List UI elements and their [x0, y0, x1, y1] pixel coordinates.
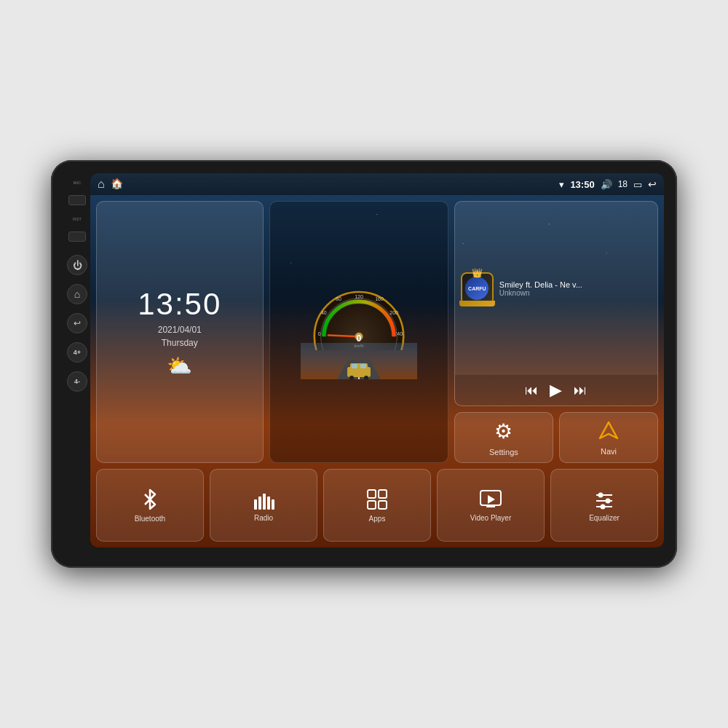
svg-point-40: [606, 498, 611, 503]
car-head-unit: MIC RST ⏻ ⌂ ↩ 4+ 4- ⌂ 🏠 ▾ 13:: [51, 160, 677, 568]
radio-button[interactable]: Radio: [210, 469, 317, 542]
music-artist: Unknown: [499, 289, 652, 297]
settings-icon: ⚙: [494, 419, 513, 443]
equalizer-label: Equalizer: [589, 514, 620, 522]
svg-rect-27: [267, 496, 270, 510]
svg-text:200: 200: [389, 310, 398, 315]
status-right: ▾ 13:50 🔊 18 ▭ ↩: [559, 178, 657, 190]
svg-rect-32: [379, 501, 387, 509]
back-button[interactable]: ↩: [67, 313, 87, 333]
gold-ribbon: [459, 301, 495, 306]
svg-rect-22: [360, 364, 366, 368]
back-icon: ↩: [74, 318, 81, 328]
svg-line-9: [328, 336, 359, 337]
video-player-icon: [479, 489, 502, 510]
play-button[interactable]: ▶: [550, 381, 562, 400]
right-section: 👑 CARFU Smiley ft. Delia - Ne v... Unkno…: [454, 201, 658, 463]
home-status-icon2[interactable]: 🏠: [111, 178, 123, 191]
music-title: Smiley ft. Delia - Ne v...: [499, 280, 652, 289]
next-button[interactable]: ⏭: [574, 383, 587, 398]
crown-icon: 👑: [472, 268, 483, 278]
sound-status-icon: 🔊: [601, 179, 612, 190]
svg-text:0: 0: [317, 331, 320, 336]
navi-label: Navi: [601, 447, 617, 456]
home-icon: ⌂: [74, 288, 80, 300]
speedometer-gauge: 0 40 80 120 160 200 240: [308, 285, 410, 350]
svg-rect-25: [258, 496, 261, 510]
svg-rect-31: [368, 501, 376, 509]
prev-button[interactable]: ⏮: [525, 383, 538, 398]
mic-button[interactable]: [68, 195, 86, 205]
video-player-label: Video Player: [470, 514, 512, 522]
status-time: 13:50: [570, 179, 594, 190]
apps-icon: [366, 488, 388, 510]
clock-date: 2021/04/01: [158, 325, 202, 335]
svg-text:160: 160: [375, 296, 384, 301]
road-scene: [276, 343, 442, 379]
svg-rect-21: [352, 364, 357, 368]
settings-navi-row: ⚙ Settings Navi: [454, 412, 658, 463]
vol-down-button[interactable]: 4-: [67, 371, 87, 392]
radio-label: Radio: [254, 514, 273, 522]
apps-label: Apps: [369, 515, 386, 523]
rst-label: RST: [73, 217, 82, 221]
svg-point-42: [601, 504, 606, 509]
bluetooth-label: Bluetooth: [135, 515, 165, 523]
svg-rect-28: [272, 499, 274, 510]
equalizer-icon: [593, 489, 615, 510]
vol-up-button[interactable]: 4+: [67, 342, 87, 363]
clock-widget: 13:50 2021/04/01 Thursday ⛅: [96, 201, 264, 463]
speedometer-widget: 0 40 80 120 160 200 240: [269, 201, 448, 463]
wifi-status-icon: ▾: [559, 179, 564, 190]
carfu-logo: CARFU: [465, 277, 488, 300]
bluetooth-button[interactable]: Bluetooth: [96, 469, 204, 542]
road-svg: [301, 343, 417, 379]
settings-label: Settings: [489, 448, 518, 456]
svg-marker-36: [488, 495, 495, 504]
svg-rect-29: [368, 490, 376, 498]
music-logo: 👑 CARFU: [461, 272, 494, 305]
navi-button[interactable]: Navi: [559, 412, 658, 463]
clock-day: Thursday: [162, 338, 198, 348]
svg-marker-23: [600, 422, 617, 438]
clock-time: 13:50: [138, 287, 221, 322]
svg-rect-30: [379, 490, 387, 498]
status-volume: 18: [618, 179, 628, 189]
svg-rect-24: [254, 499, 257, 510]
radio-icon: [253, 489, 274, 510]
music-widget: 👑 CARFU Smiley ft. Delia - Ne v... Unkno…: [454, 201, 658, 406]
settings-button[interactable]: ⚙ Settings: [454, 412, 553, 463]
status-bar: ⌂ 🏠 ▾ 13:50 🔊 18 ▭ ↩: [90, 173, 664, 195]
music-top: 👑 CARFU Smiley ft. Delia - Ne v... Unkno…: [455, 202, 657, 375]
carfu-text: CARFU: [468, 286, 486, 291]
screen: ⌂ 🏠 ▾ 13:50 🔊 18 ▭ ↩ 13:50 2021/04/01 Th…: [90, 173, 664, 547]
main-content: 13:50 2021/04/01 Thursday ⛅: [90, 195, 664, 547]
navi-icon: [597, 419, 620, 443]
battery-status-icon: ▭: [633, 179, 642, 190]
vol-down-icon: 4-: [74, 378, 80, 385]
svg-point-38: [598, 492, 604, 497]
side-controls: MIC RST ⏻ ⌂ ↩ 4+ 4-: [64, 173, 90, 547]
home-status-icon[interactable]: ⌂: [98, 178, 105, 191]
vol-up-icon: 4+: [74, 349, 81, 356]
svg-text:80: 80: [336, 296, 341, 301]
status-left: ⌂ 🏠: [98, 178, 123, 191]
mic-label: MIC: [74, 181, 82, 185]
music-controls: ⏮ ▶ ⏭: [455, 375, 657, 405]
video-player-button[interactable]: Video Player: [437, 469, 545, 542]
power-icon: ⏻: [73, 260, 82, 271]
back-status-icon[interactable]: ↩: [648, 178, 657, 190]
svg-text:40: 40: [321, 310, 327, 315]
equalizer-button[interactable]: Equalizer: [550, 469, 658, 542]
svg-text:120: 120: [355, 294, 363, 299]
apps-button[interactable]: Apps: [323, 469, 431, 542]
music-info: Smiley ft. Delia - Ne v... Unknown: [499, 280, 652, 297]
weather-icon: ⛅: [167, 354, 192, 378]
rst-button[interactable]: [68, 232, 86, 242]
widgets-row: 13:50 2021/04/01 Thursday ⛅: [96, 201, 658, 463]
bottom-app-bar: Bluetooth Radio: [96, 469, 658, 542]
bluetooth-icon: [140, 488, 160, 510]
svg-rect-26: [263, 494, 266, 510]
home-button[interactable]: ⌂: [67, 284, 87, 304]
power-button[interactable]: ⏻: [67, 255, 87, 275]
